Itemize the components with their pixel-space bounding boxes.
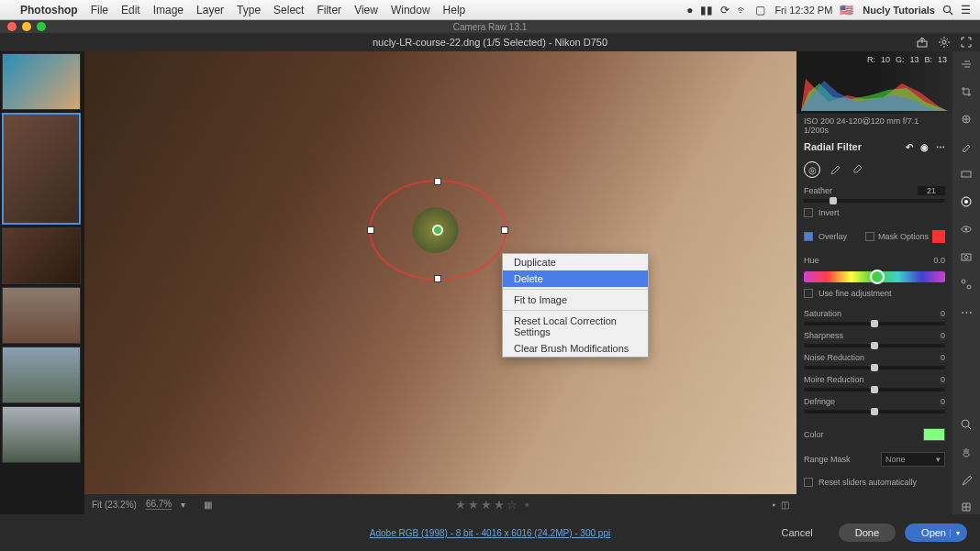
more-icon[interactable]: ⋯ <box>936 142 945 152</box>
eraser-tool-button[interactable] <box>852 161 864 178</box>
export-icon[interactable] <box>916 36 929 49</box>
sharpness-value[interactable]: 0 <box>941 331 945 340</box>
thumbnail-3[interactable] <box>2 227 81 284</box>
ctx-fit-to-image[interactable]: Fit to Image <box>503 292 648 308</box>
snapshot-tool[interactable] <box>959 249 974 264</box>
gradient-tool[interactable] <box>959 167 974 182</box>
ctx-duplicate[interactable]: Duplicate <box>503 254 648 270</box>
invert-checkbox[interactable] <box>804 208 813 217</box>
radial-handle-right[interactable] <box>501 226 508 234</box>
ctx-delete[interactable]: Delete <box>503 270 648 287</box>
grid-icon[interactable]: ▦ <box>204 500 212 510</box>
fine-adj-checkbox[interactable] <box>804 289 813 298</box>
ctx-reset-local[interactable]: Reset Local Correction Settings <box>503 313 648 340</box>
settings-icon[interactable] <box>938 36 951 49</box>
fullscreen-icon[interactable] <box>960 36 973 49</box>
open-dropdown-icon[interactable]: ▾ <box>950 529 960 537</box>
thumbnail-5[interactable] <box>2 347 81 403</box>
star-4[interactable]: ★ <box>494 498 505 512</box>
image-info-link[interactable]: Adobe RGB (1998) - 8 bit - 4016 x 6016 (… <box>370 528 610 538</box>
menu-view[interactable]: View <box>354 4 378 17</box>
ctx-clear-brush[interactable]: Clear Brush Modifications <box>503 340 648 357</box>
redeye-tool[interactable] <box>959 222 974 237</box>
mask-options-checkbox[interactable] <box>865 232 874 241</box>
heal-tool[interactable] <box>959 112 974 127</box>
feather-value[interactable]: 21 <box>918 186 945 195</box>
wifi-icon[interactable]: ᯤ <box>737 4 748 17</box>
overlay-checkbox[interactable] <box>804 232 813 241</box>
battery-icon[interactable]: ▮▮ <box>700 4 713 17</box>
saturation-slider[interactable] <box>804 322 945 325</box>
image-canvas[interactable]: Duplicate Delete Fit to Image Reset Loca… <box>84 51 796 494</box>
histogram[interactable]: R:10 G:13 B:13 <box>796 51 952 114</box>
star-rating[interactable]: ★ ★ ★ ★ ☆ ▪ <box>455 498 529 512</box>
zoom-label[interactable]: 66.7% <box>146 499 172 510</box>
sync-icon[interactable]: ⟳ <box>720 4 729 17</box>
maximize-window-button[interactable] <box>37 22 46 31</box>
display-icon[interactable]: ▢ <box>755 4 765 17</box>
done-button[interactable]: Done <box>839 523 896 542</box>
flag-icon[interactable]: 🇺🇸 <box>840 4 853 17</box>
single-view-icon[interactable]: ▪ <box>772 500 775 510</box>
sampler-tool[interactable] <box>959 472 974 487</box>
mask-color-swatch[interactable] <box>932 230 945 243</box>
radial-handle-top[interactable] <box>434 178 441 185</box>
menu-help[interactable]: Help <box>443 4 466 17</box>
radial-tool-button[interactable]: ◎ <box>804 161 820 178</box>
brush-tool[interactable] <box>959 139 974 154</box>
undo-icon[interactable]: ↶ <box>906 142 913 152</box>
record-icon[interactable]: ● <box>686 4 693 17</box>
zoom-dropdown-icon[interactable]: ▾ <box>181 500 185 510</box>
hue-value[interactable]: 0.0 <box>933 256 945 265</box>
flag-toggle[interactable]: ▪ <box>525 498 529 512</box>
menu-edit[interactable]: Edit <box>121 4 140 17</box>
menu-layer[interactable]: Layer <box>196 4 224 17</box>
thumbnail-6[interactable] <box>2 406 81 463</box>
menu-icon[interactable]: ☰ <box>961 4 971 17</box>
cancel-button[interactable]: Cancel <box>765 523 830 542</box>
reset-sliders-checkbox[interactable] <box>804 478 813 487</box>
close-window-button[interactable] <box>7 22 17 31</box>
spotlight-icon[interactable] <box>942 5 953 16</box>
clock[interactable]: Fri 12:32 PM <box>774 5 832 16</box>
sharpness-slider[interactable] <box>804 344 945 347</box>
menu-window[interactable]: Window <box>391 4 430 17</box>
radial-center-pin[interactable] <box>432 225 443 236</box>
range-mask-dropdown[interactable]: None ▾ <box>881 452 945 467</box>
thumbnail-1[interactable] <box>2 53 81 110</box>
star-3[interactable]: ★ <box>481 498 492 512</box>
defringe-slider[interactable] <box>804 410 945 413</box>
menu-type[interactable]: Type <box>237 4 261 17</box>
radial-handle-left[interactable] <box>367 226 374 234</box>
hue-slider[interactable] <box>804 271 945 282</box>
zoom-tool[interactable] <box>959 417 974 432</box>
star-1[interactable]: ★ <box>455 498 466 512</box>
app-name[interactable]: Photoshop <box>20 4 78 17</box>
visibility-icon[interactable]: ◉ <box>920 142 929 152</box>
star-2[interactable]: ★ <box>468 498 479 512</box>
feather-slider[interactable] <box>804 199 945 203</box>
minimize-window-button[interactable] <box>22 22 31 31</box>
preset-tool[interactable] <box>959 277 974 292</box>
menu-filter[interactable]: Filter <box>317 4 341 17</box>
thumbnail-4[interactable] <box>2 287 81 344</box>
moire-slider[interactable] <box>804 388 945 391</box>
radial-filter-overlay[interactable] <box>369 180 507 281</box>
crop-tool[interactable] <box>959 84 974 99</box>
moire-value[interactable]: 0 <box>941 375 945 384</box>
menu-select[interactable]: Select <box>273 4 304 17</box>
noise-value[interactable]: 0 <box>941 353 945 362</box>
color-swatch[interactable] <box>923 428 945 441</box>
menu-file[interactable]: File <box>91 4 108 17</box>
open-button[interactable]: Open ▾ <box>905 523 967 542</box>
hand-tool[interactable] <box>959 445 974 459</box>
menu-image[interactable]: Image <box>153 4 184 17</box>
star-5[interactable]: ☆ <box>507 498 518 512</box>
grid-tool[interactable] <box>959 500 974 514</box>
radial-tool[interactable] <box>959 194 974 209</box>
fit-label[interactable]: Fit (23.2%) <box>92 500 137 510</box>
defringe-value[interactable]: 0 <box>941 397 945 406</box>
thumbnail-2-selected[interactable] <box>2 113 81 225</box>
saturation-value[interactable]: 0 <box>941 309 945 318</box>
brush-tool-button[interactable] <box>830 161 842 178</box>
